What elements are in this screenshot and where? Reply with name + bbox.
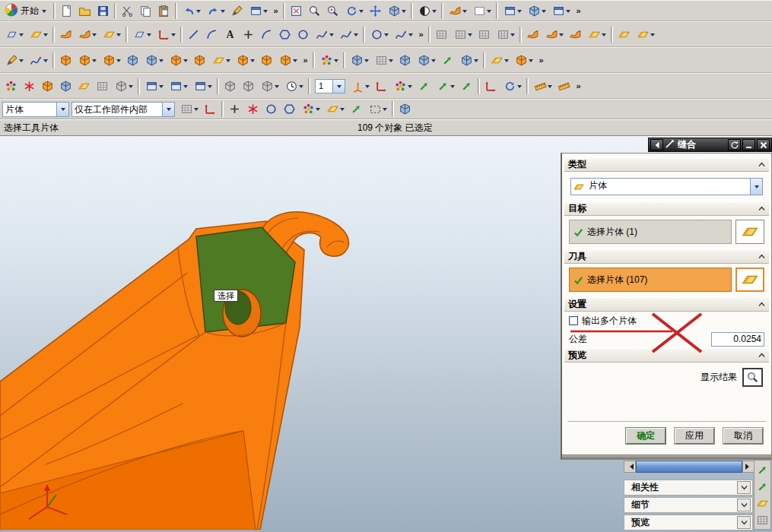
overflow-2[interactable]: »	[573, 2, 583, 20]
snap-sheet-button[interactable]	[75, 78, 93, 95]
expand-button[interactable]	[737, 499, 751, 511]
nav-arrow-3-button[interactable]	[458, 78, 475, 95]
snap-star-button[interactable]	[21, 78, 38, 95]
wave-link-button[interactable]	[348, 52, 371, 69]
start-menu-button[interactable]: 开始	[2, 2, 51, 20]
dialog-close-button[interactable]	[757, 139, 770, 150]
render-style-button[interactable]	[415, 2, 439, 20]
graphics-viewport[interactable]: 选择 缝合 类型	[0, 136, 772, 532]
solid-preview-button[interactable]	[396, 100, 414, 118]
snap-grid-pt-button[interactable]	[94, 78, 111, 95]
project-curve-button[interactable]	[392, 26, 415, 43]
perspective-view-button[interactable]	[385, 2, 408, 20]
panel-details[interactable]: 细节	[624, 497, 753, 513]
point-tool-button[interactable]	[240, 26, 257, 43]
studio-surface-button[interactable]	[57, 26, 75, 43]
block-button[interactable]	[100, 52, 123, 69]
paste-button[interactable]	[155, 2, 173, 20]
cut-button[interactable]	[119, 2, 136, 20]
selection-scope-dropdown[interactable]	[162, 103, 174, 116]
overflow-5[interactable]: »	[536, 52, 546, 69]
dialog-back-button[interactable]	[650, 139, 663, 150]
sweep-surface-button[interactable]	[567, 26, 584, 43]
new-file-button[interactable]	[58, 2, 75, 20]
shell-button[interactable]	[191, 52, 208, 69]
wireframe-1-button[interactable]	[221, 78, 239, 95]
collapse-up-icon[interactable]	[758, 302, 765, 307]
pattern-feature-button[interactable]	[372, 52, 396, 69]
sew-dialog-titlebar[interactable]: 缝合	[648, 138, 772, 152]
snap-key-button[interactable]	[391, 78, 415, 95]
navigator-horizontal-scrollbar[interactable]	[624, 461, 755, 473]
snap-midpoint-button[interactable]	[244, 100, 262, 118]
dialog-minimize-button[interactable]	[742, 139, 755, 150]
polygon-tool-button[interactable]	[276, 26, 294, 43]
snap-solid-button[interactable]	[39, 78, 56, 95]
x-axis-tool-button[interactable]	[482, 78, 500, 95]
type-combo[interactable]: 片体	[570, 178, 763, 195]
select-sheet-button[interactable]	[323, 100, 347, 118]
selection-filter-combo[interactable]: 片体	[2, 102, 69, 117]
arc-tool-button[interactable]	[203, 26, 221, 43]
chamfer-button[interactable]	[209, 52, 233, 69]
sketch-button[interactable]	[2, 52, 26, 69]
fillet-tool-button[interactable]	[258, 26, 275, 43]
mesh-surface-4-button[interactable]	[494, 26, 517, 43]
overflow-6[interactable]: »	[573, 78, 583, 95]
snap-rosette-button[interactable]	[2, 78, 20, 95]
zoom-box-button[interactable]	[306, 2, 323, 20]
ellipse-tool-button[interactable]	[294, 26, 312, 43]
nav-up-2-button[interactable]	[755, 480, 770, 494]
color-rosette-button[interactable]	[317, 52, 341, 69]
wcs-dynamics-button[interactable]	[373, 78, 390, 95]
dialog-resize-grip[interactable]	[562, 454, 771, 459]
datum-axis-button[interactable]	[154, 26, 178, 43]
hole-button[interactable]	[167, 52, 190, 69]
subtract-button[interactable]	[142, 52, 166, 69]
snap-magnet-button[interactable]	[348, 100, 365, 118]
scroll-right-button[interactable]	[742, 461, 755, 473]
snap-grid-button[interactable]	[177, 100, 201, 118]
taper-button[interactable]	[258, 52, 275, 69]
ok-button[interactable]: 确定	[626, 428, 666, 444]
bounded-plane-button[interactable]	[634, 26, 657, 43]
sketch-curve-button[interactable]	[27, 52, 50, 69]
offset-curve-button[interactable]	[367, 26, 391, 43]
fit-view-button[interactable]	[288, 2, 305, 20]
panel-dependencies[interactable]: 相关性	[624, 480, 753, 496]
trim-body-button[interactable]	[488, 52, 511, 69]
window-display-button[interactable]	[246, 2, 270, 20]
rotate-view-button[interactable]	[342, 2, 366, 20]
edit-section-button[interactable]	[191, 78, 214, 95]
dialog-reset-button[interactable]	[728, 139, 741, 150]
thread-button[interactable]	[276, 52, 300, 69]
nav-up-1-button[interactable]	[755, 463, 770, 477]
snap-center-button[interactable]	[262, 100, 280, 118]
datum-plane-button[interactable]	[130, 26, 154, 43]
show-result-button[interactable]	[742, 368, 763, 387]
rotate-wcs-button[interactable]	[500, 78, 524, 95]
tool-select-field[interactable]: 选择片体 (107)	[569, 268, 732, 292]
collapse-up-icon[interactable]	[758, 162, 765, 167]
view-combo-dropdown[interactable]	[332, 80, 345, 93]
scroll-left-button[interactable]	[624, 461, 636, 473]
snap-endpoint-button[interactable]	[226, 100, 243, 118]
wcs-button[interactable]	[348, 78, 372, 95]
overflow-1[interactable]: »	[271, 2, 281, 20]
extrude-button[interactable]	[57, 52, 75, 69]
view-create-button[interactable]	[27, 26, 50, 43]
target-select-field[interactable]: 选择片体 (1)	[569, 220, 732, 244]
ruled-surface-button[interactable]	[524, 26, 542, 43]
nav-grid-button[interactable]	[755, 513, 770, 527]
wireframe-3-button[interactable]	[258, 78, 281, 95]
nav-arrow-1-button[interactable]	[415, 78, 433, 95]
mesh-surface-2-button[interactable]	[451, 26, 475, 43]
collapse-up-icon[interactable]	[758, 254, 765, 259]
apply-button[interactable]: 应用	[675, 428, 714, 444]
revolve-button[interactable]	[75, 52, 99, 69]
save-button[interactable]	[94, 2, 112, 20]
new-window-button[interactable]	[525, 2, 548, 20]
split-body-button[interactable]	[512, 52, 535, 69]
snap-quadrant-button[interactable]	[299, 100, 322, 118]
mirror-feature-button[interactable]	[396, 52, 414, 69]
